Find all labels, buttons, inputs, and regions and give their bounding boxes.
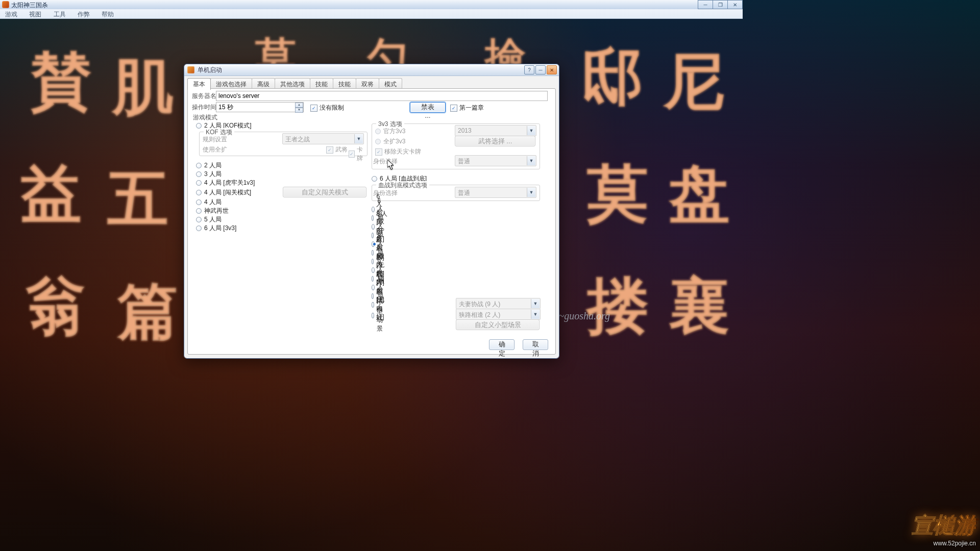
threev3-year-select: 2013▼ (455, 125, 536, 136)
kof-groupbox: KOF 选项 规则设置 王者之战▼ 使用全扩 ✓武将 ✓卡牌 (199, 132, 368, 156)
tab-pair[interactable]: 双将 (356, 78, 379, 89)
server-name-label: 服务器名 (192, 92, 216, 101)
chevron-down-icon: ▼ (527, 156, 535, 165)
menu-cheat[interactable]: 作弊 (72, 9, 95, 18)
app-titlebar: 太阳神三国杀 ─ ❐ ✕ (0, 0, 743, 10)
mode-4p[interactable]: 4 人局 (196, 198, 222, 207)
bloodfight-groupbox: 血战到底模式选项 身份选择 普通▼ (372, 185, 540, 201)
tab-skill1[interactable]: 技能 (310, 78, 333, 89)
close-icon: ✕ (550, 67, 554, 73)
general-select-button: 武将选择 ... (455, 136, 535, 146)
chevron-down-icon: ▼ (527, 188, 535, 197)
app-menubar: 游戏 视图 工具 作弊 帮助 (0, 9, 743, 19)
game-mode-header: 游戏模式 (193, 113, 217, 122)
ban-list-button[interactable]: 禁表 ... (410, 102, 446, 113)
drama-select: 夫妻协战 (9 人)▼ (456, 298, 541, 309)
no-limit-label: 没有限制 (320, 104, 344, 112)
kof-useall-label: 使用全扩 (203, 145, 227, 154)
kof-rule-select: 王者之战▼ (282, 133, 364, 144)
menu-game[interactable]: 游戏 (0, 9, 22, 18)
app-min-button[interactable]: ─ (698, 0, 713, 9)
tab-page-basic: 服务器名 操作时间 ▲ ▼ ✓ 没有限制 禁表 (187, 88, 556, 355)
mode-5p[interactable]: 5 人局 (196, 215, 222, 224)
dialog-help-button[interactable]: ? (524, 65, 534, 74)
kof-kapai-checkbox: ✓卡牌 (349, 145, 367, 163)
single-player-dialog: 单机启动 ? ─ ✕ 基本 游戏包选择 高级 其他选项 技能 技能 双将 模式 (184, 64, 559, 359)
tab-basic[interactable]: 基本 (187, 78, 211, 90)
restore-icon: ❐ (718, 2, 723, 8)
checkmark-icon: ✓ (310, 105, 317, 112)
minimize-icon: ─ (703, 2, 707, 8)
custom-stage-button: 自定义闯关模式 (283, 187, 366, 197)
close-icon: ✕ (733, 2, 737, 8)
threev3-official: 官方3v3 (375, 127, 405, 136)
no-limit-checkbox[interactable]: ✓ 没有限制 (310, 104, 344, 112)
app-title: 太阳神三国杀 (11, 1, 48, 10)
dialog-icon (187, 66, 194, 73)
kof-wujiang-checkbox: ✓武将 (326, 145, 348, 154)
chevron-down-icon[interactable]: ▼ (295, 108, 303, 113)
custom-miniscene-button: 自定义小型场景 (456, 319, 540, 330)
threev3-role-select: 普通▼ (455, 155, 536, 166)
kof-rule-label: 规则设置 (203, 135, 227, 144)
menu-help[interactable]: 帮助 (96, 9, 119, 18)
app-restore-button[interactable]: ❐ (713, 0, 728, 9)
threev3-groupbox: 3v3 选项 官方3v3 2013▼ 全扩3v3 武将选择 ... ✓移除天灾卡… (372, 123, 540, 169)
mode-3p[interactable]: 3 人局 (196, 170, 222, 179)
tab-mode[interactable]: 模式 (379, 78, 402, 89)
chevron-up-icon[interactable]: ▲ (295, 103, 303, 108)
menu-tools[interactable]: 工具 (48, 9, 71, 18)
background-url-text: ~guosha.org (558, 310, 610, 322)
cancel-button[interactable]: 取消 (523, 339, 548, 350)
help-icon: ? (528, 67, 531, 73)
op-time-label: 操作时间 (192, 103, 216, 112)
dialog-min-button[interactable]: ─ (535, 65, 546, 74)
minimize-icon: ─ (538, 67, 542, 73)
ok-button[interactable]: 确定 (489, 339, 514, 350)
app-icon (2, 1, 9, 8)
chevron-down-icon: ▼ (531, 310, 540, 319)
chevron-down-icon: ▼ (354, 134, 363, 143)
checkmark-icon: ✓ (450, 105, 457, 112)
mode-6p-3v3[interactable]: 6 人局 [3v3] (196, 224, 236, 233)
server-name-input[interactable] (216, 91, 548, 101)
chapter1-label: 第一篇章 (459, 104, 484, 112)
op-time-input[interactable] (216, 102, 304, 112)
mode-2p[interactable]: 2 人局 (196, 161, 222, 170)
kof-rule-value: 王者之战 (283, 134, 363, 144)
remove-tianzai-checkbox: ✓移除天灾卡牌 (375, 147, 421, 156)
tab-misc[interactable]: 其他选项 (275, 78, 310, 89)
bloodfight-role-select: 普通▼ (455, 187, 536, 198)
dialog-title: 单机启动 (198, 66, 222, 74)
chevron-down-icon: ▼ (531, 299, 540, 308)
tab-skill2[interactable]: 技能 (333, 78, 356, 89)
mode-4p-stage[interactable]: 4 人局 [闯关模式] (196, 188, 251, 197)
dialog-tabbar: 基本 游戏包选择 高级 其他选项 技能 技能 双将 模式 (187, 78, 556, 88)
mode-4p-hlg[interactable]: 4 人局 [虎牢关1v3] (196, 179, 255, 187)
tab-packs[interactable]: 游戏包选择 (210, 78, 252, 89)
threev3-allext: 全扩3v3 (375, 137, 405, 146)
op-time-spinbox[interactable]: ▲ ▼ (216, 102, 304, 112)
app-close-button[interactable]: ✕ (728, 0, 743, 9)
chapter1-checkbox[interactable]: ✓ 第一篇章 (450, 104, 484, 112)
threev3-role-label: 身份选择 (373, 157, 398, 166)
mode-shenwu[interactable]: 神武再世 (196, 207, 229, 215)
dialog-titlebar[interactable]: 单机启动 ? ─ ✕ (184, 64, 559, 76)
tab-advanced[interactable]: 高级 (252, 78, 275, 89)
miniscene-select: 狭路相逢 (2 人)▼ (456, 309, 541, 320)
dialog-close-button[interactable]: ✕ (547, 65, 557, 74)
mode-radio-12[interactable]: 小型场景 (372, 311, 386, 320)
chevron-down-icon: ▼ (527, 126, 535, 135)
menu-view[interactable]: 视图 (24, 9, 46, 18)
